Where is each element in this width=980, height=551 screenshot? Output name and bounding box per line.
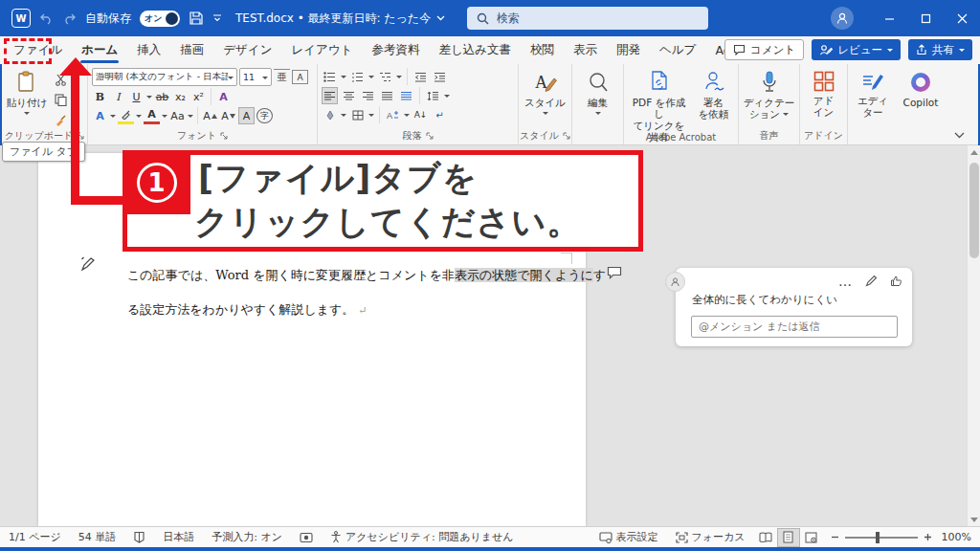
numbering-button[interactable]: [349, 68, 366, 85]
undo-icon[interactable]: [39, 12, 54, 25]
page-number-indicator[interactable]: 1/1 ページ: [0, 527, 70, 548]
account-avatar[interactable]: [831, 7, 854, 30]
title-caret-icon[interactable]: [436, 15, 445, 21]
font-name-combo[interactable]: 游明朝 (本文のフォント - 日本語): [92, 68, 237, 86]
styles-button[interactable]: A スタイル: [519, 67, 571, 118]
collapse-ribbon-chevron-icon[interactable]: [954, 132, 965, 139]
print-layout-view-icon[interactable]: [777, 528, 800, 547]
editing-button[interactable]: 編集: [572, 67, 623, 118]
multilevel-list-button[interactable]: [377, 68, 393, 85]
character-shading-button[interactable]: A: [238, 107, 255, 124]
comment-card[interactable]: … 全体的に長くてわかりにくい: [676, 268, 912, 346]
align-left-button[interactable]: [322, 87, 338, 104]
comment-bubble-icon[interactable]: [607, 266, 622, 279]
zoom-out-button[interactable]: [831, 533, 839, 541]
display-settings-button[interactable]: 表示設定: [590, 527, 667, 548]
word-count-indicator[interactable]: 54 単語: [70, 527, 125, 548]
tab-help[interactable]: ヘルプ: [650, 36, 705, 64]
font-color-button[interactable]: A: [144, 107, 160, 124]
tab-view[interactable]: 表示: [564, 36, 607, 64]
increase-indent-button[interactable]: [432, 68, 448, 85]
show-formatting-marks-button[interactable]: ↵: [432, 106, 448, 123]
focus-mode-button[interactable]: フォーカス: [667, 527, 754, 548]
align-center-button[interactable]: [341, 87, 357, 104]
autosave-toggle[interactable]: オン: [140, 11, 180, 27]
addins-button[interactable]: アドイン: [800, 67, 847, 118]
search-input[interactable]: [497, 11, 669, 25]
share-button[interactable]: 共有: [908, 39, 972, 60]
grow-font-button[interactable]: A: [202, 107, 218, 124]
document-title[interactable]: TEST.docx • 最終更新日時: たった今: [235, 11, 431, 27]
shrink-font-button[interactable]: A: [220, 107, 236, 124]
web-layout-view-icon[interactable]: [800, 528, 823, 547]
ime-prediction-indicator[interactable]: 予測入力: オン: [203, 527, 291, 548]
bullets-button[interactable]: [322, 68, 338, 85]
tab-references[interactable]: 参考資料: [362, 36, 429, 64]
vertical-scrollbar[interactable]: [967, 145, 980, 526]
language-indicator[interactable]: 日本語: [154, 527, 203, 548]
tab-review[interactable]: 校閲: [521, 36, 564, 64]
font-dialog-launcher-icon[interactable]: [220, 132, 228, 140]
styles-dialog-launcher-icon[interactable]: [563, 132, 570, 140]
phonetic-guide-button[interactable]: 亜: [274, 69, 290, 86]
accessibility-indicator[interactable]: アクセシビリティ: 問題ありません: [322, 527, 523, 548]
sort-button[interactable]: A↓: [412, 106, 429, 123]
bold-button[interactable]: B: [92, 88, 108, 105]
paste-button[interactable]: 貼り付け: [2, 67, 52, 127]
zoom-in-button[interactable]: [924, 533, 932, 541]
comment-reaction-thumbsup-icon[interactable]: [890, 275, 902, 287]
save-icon[interactable]: [189, 11, 204, 26]
word-app-icon[interactable]: W: [11, 9, 31, 28]
highlight-color-button[interactable]: [118, 107, 134, 124]
character-border-button[interactable]: A: [292, 70, 308, 84]
tab-insert[interactable]: 挿入: [127, 36, 170, 64]
borders-button[interactable]: [349, 106, 366, 123]
comment-reply-input[interactable]: [691, 316, 898, 338]
macro-recording-icon[interactable]: [291, 527, 322, 548]
editor-button[interactable]: エディター: [852, 67, 894, 118]
superscript-button[interactable]: x²: [190, 88, 207, 105]
comment-edit-pencil-icon[interactable]: [865, 275, 878, 287]
search-box[interactable]: [467, 7, 708, 30]
minimize-button[interactable]: [871, 0, 907, 36]
redo-icon[interactable]: [62, 12, 77, 25]
dictate-button[interactable]: ディクテー ション: [739, 67, 799, 120]
decrease-indent-button[interactable]: [412, 68, 429, 85]
tab-layout[interactable]: レイアウト: [281, 36, 362, 64]
tab-developer[interactable]: 開発: [607, 36, 650, 64]
zoom-level-indicator[interactable]: 100%: [940, 527, 980, 548]
scroll-down-arrow-icon[interactable]: [968, 513, 980, 526]
strikethrough-button[interactable]: ab: [154, 88, 170, 105]
enclose-characters-button[interactable]: 字: [256, 108, 273, 123]
copy-button[interactable]: [52, 92, 69, 107]
format-painter-button[interactable]: [52, 112, 69, 127]
zoom-slider-track[interactable]: [845, 537, 918, 539]
maximize-button[interactable]: [907, 0, 944, 36]
comment-more-options-icon[interactable]: …: [838, 276, 853, 286]
tab-draw[interactable]: 描画: [170, 36, 213, 64]
review-button[interactable]: レビュー: [812, 39, 901, 60]
scrollbar-thumb[interactable]: [969, 163, 979, 258]
distribute-button[interactable]: [398, 87, 414, 104]
tab-mailings[interactable]: 差し込み文書: [429, 36, 521, 64]
clear-formatting-button[interactable]: A: [215, 88, 232, 105]
italic-button[interactable]: I: [110, 88, 126, 105]
copilot-button[interactable]: Copilot: [898, 67, 944, 118]
align-right-button[interactable]: [360, 87, 376, 104]
scroll-up-arrow-icon[interactable]: [968, 145, 980, 159]
change-case-button[interactable]: Aa: [169, 107, 186, 124]
asian-layout-button[interactable]: A: [385, 106, 401, 123]
read-mode-view-icon[interactable]: [754, 528, 777, 547]
paragraph-dialog-launcher-icon[interactable]: [426, 132, 434, 140]
comments-button[interactable]: コメント: [724, 39, 804, 60]
quick-access-caret-icon[interactable]: [212, 14, 222, 22]
justify-button[interactable]: [379, 87, 395, 104]
zoom-slider-thumb[interactable]: [876, 532, 880, 543]
proofing-errors-icon[interactable]: [124, 527, 154, 548]
font-size-combo[interactable]: 11: [239, 68, 272, 86]
track-change-pencil-icon[interactable]: [80, 256, 96, 272]
text-effects-button[interactable]: A: [92, 107, 108, 124]
tab-design[interactable]: デザイン: [213, 36, 281, 64]
subscript-button[interactable]: x₂: [172, 88, 189, 105]
underline-caret-icon[interactable]: [146, 96, 152, 101]
